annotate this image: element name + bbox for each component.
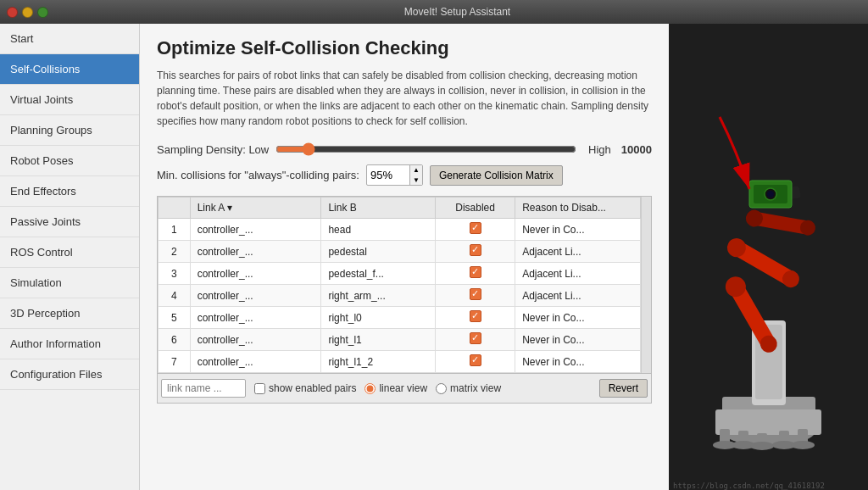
row-num: 1: [159, 219, 191, 241]
row-link-a: controller_...: [190, 351, 321, 373]
sampling-density-slider[interactable]: [275, 142, 576, 156]
row-reason: Adjacent Li...: [515, 285, 641, 307]
sidebar-item-planning-groups[interactable]: Planning Groups: [0, 115, 139, 146]
sidebar-item-passive-joints[interactable]: Passive Joints: [0, 207, 139, 237]
row-link-b: right_l0: [321, 307, 436, 329]
window-title: MoveIt! Setup Assistant: [53, 6, 861, 18]
row-reason: Never in Co...: [515, 351, 641, 373]
row-disabled: [435, 241, 515, 263]
row-num: 2: [159, 241, 191, 263]
sampling-density-value: 10000: [621, 143, 652, 156]
row-disabled: [435, 329, 515, 351]
robot-visualization: https://blog.csdn.net/qq_41618192: [669, 24, 868, 490]
row-link-a: controller_...: [190, 263, 321, 285]
table-row: 2 controller_... pedestal Adjacent Li...: [159, 241, 641, 263]
col-header-disabled: Disabled: [435, 198, 515, 219]
row-link-b: head: [321, 219, 436, 241]
disabled-checkbox[interactable]: [470, 222, 481, 234]
row-link-b: right_l1: [321, 329, 436, 351]
sidebar-item-end-effectors[interactable]: End Effectors: [0, 176, 139, 207]
table-body: 1 controller_... head Never in Co... 2 c…: [159, 219, 641, 373]
col-header-reason: Reason to Disab...: [515, 198, 641, 219]
collision-table-container: Link A ▾ Link B Disabled Reason to Disab…: [157, 196, 652, 404]
collision-value-input[interactable]: [367, 167, 409, 183]
row-num: 7: [159, 351, 191, 373]
show-enabled-pairs-label[interactable]: show enabled pairs: [254, 382, 356, 394]
sampling-slider-container: [275, 142, 576, 156]
row-reason: Adjacent Li...: [515, 263, 641, 285]
close-button[interactable]: [7, 7, 18, 18]
table-scrollbar[interactable]: [641, 197, 651, 373]
main-layout: Start Self-Collisions Virtual Joints Pla…: [0, 24, 868, 490]
spinbox-arrows: ▲ ▼: [409, 165, 422, 185]
sampling-density-row: Sampling Density: Low High 10000: [157, 142, 652, 156]
spinbox-down-arrow[interactable]: ▼: [410, 175, 422, 186]
collision-label: Min. collisions for "always"-colliding p…: [157, 169, 359, 181]
row-reason: Never in Co...: [515, 219, 641, 241]
sidebar-item-author-info[interactable]: Author Information: [0, 329, 139, 359]
spinbox-up-arrow[interactable]: ▲: [410, 165, 422, 175]
table-row: 7 controller_... right_l1_2 Never in Co.…: [159, 351, 641, 373]
link-name-search-input[interactable]: [161, 379, 246, 398]
sampling-density-label: Sampling Density: Low: [157, 143, 269, 156]
sidebar-item-3d-perception[interactable]: 3D Perception: [0, 298, 139, 329]
disabled-checkbox[interactable]: [470, 332, 481, 344]
row-link-b: pedestal_f...: [321, 263, 436, 285]
sidebar-item-self-collisions[interactable]: Self-Collisions: [0, 54, 139, 85]
row-link-a: controller_...: [190, 219, 321, 241]
row-link-b: right_arm_...: [321, 285, 436, 307]
col-header-link-a[interactable]: Link A ▾: [190, 198, 321, 219]
row-reason: Never in Co...: [515, 329, 641, 351]
collision-pairs-row: Min. collisions for "always"-colliding p…: [157, 164, 652, 186]
sidebar: Start Self-Collisions Virtual Joints Pla…: [0, 24, 140, 490]
row-link-a: controller_...: [190, 285, 321, 307]
sidebar-item-simulation[interactable]: Simulation: [0, 268, 139, 298]
sidebar-item-start[interactable]: Start: [0, 24, 139, 54]
svg-point-13: [791, 441, 815, 449]
table-row: 3 controller_... pedestal_f... Adjacent …: [159, 263, 641, 285]
window-controls[interactable]: [7, 7, 48, 18]
robot-3d-panel: https://blog.csdn.net/qq_41618192: [669, 24, 868, 490]
minimize-button[interactable]: [22, 7, 33, 18]
collision-table: Link A ▾ Link B Disabled Reason to Disab…: [158, 197, 641, 373]
disabled-checkbox[interactable]: [470, 310, 481, 322]
matrix-view-radio[interactable]: [436, 383, 447, 394]
row-reason: Never in Co...: [515, 307, 641, 329]
row-num: 6: [159, 329, 191, 351]
title-bar: MoveIt! Setup Assistant: [0, 0, 868, 24]
maximize-button[interactable]: [37, 7, 48, 18]
disabled-checkbox[interactable]: [470, 266, 481, 278]
linear-view-radio[interactable]: [364, 383, 376, 394]
disabled-checkbox[interactable]: [470, 354, 481, 366]
matrix-view-label[interactable]: matrix view: [436, 382, 501, 394]
sidebar-item-config-files[interactable]: Configuration Files: [0, 359, 139, 390]
svg-point-11: [750, 442, 774, 450]
row-link-b: pedestal: [321, 241, 436, 263]
row-disabled: [435, 351, 515, 373]
generate-collision-matrix-button[interactable]: Generate Collision Matrix: [430, 165, 563, 186]
content-area: Optimize Self-Collision Checking This se…: [140, 24, 669, 490]
show-enabled-pairs-checkbox[interactable]: [254, 383, 265, 394]
row-link-a: controller_...: [190, 241, 321, 263]
svg-point-31: [767, 191, 774, 198]
sampling-high-label: High: [588, 143, 611, 156]
row-link-b: right_l1_2: [321, 351, 436, 373]
row-disabled: [435, 307, 515, 329]
linear-view-label[interactable]: linear view: [364, 382, 427, 394]
sidebar-item-virtual-joints[interactable]: Virtual Joints: [0, 85, 139, 115]
sidebar-item-robot-poses[interactable]: Robot Poses: [0, 146, 139, 176]
table-header-row: Link A ▾ Link B Disabled Reason to Disab…: [159, 198, 641, 219]
disabled-checkbox[interactable]: [470, 288, 481, 300]
row-num: 4: [159, 285, 191, 307]
description: This searches for pairs of robot links t…: [157, 68, 652, 129]
row-reason: Adjacent Li...: [515, 241, 641, 263]
revert-button[interactable]: Revert: [599, 379, 648, 398]
row-num: 3: [159, 263, 191, 285]
sidebar-item-ros-control[interactable]: ROS Control: [0, 237, 139, 268]
row-disabled: [435, 285, 515, 307]
collision-spinbox: ▲ ▼: [366, 164, 423, 186]
disabled-checkbox[interactable]: [470, 244, 481, 256]
table-row: 4 controller_... right_arm_... Adjacent …: [159, 285, 641, 307]
table-row: 6 controller_... right_l1 Never in Co...: [159, 329, 641, 351]
col-header-num: [159, 198, 191, 219]
